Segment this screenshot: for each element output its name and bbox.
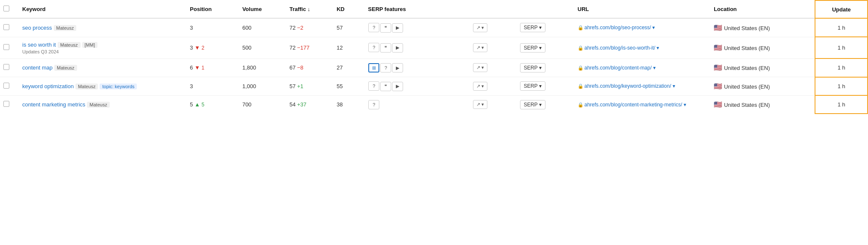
update-cell: 1 h xyxy=(815,37,868,58)
serp-features-cell: ?❝▶ xyxy=(364,18,469,37)
volume-cell: 500 xyxy=(239,37,286,58)
keyword-cell: seo processMateusz xyxy=(19,18,187,37)
location-cell: 🇺🇸United States (EN) xyxy=(710,95,815,114)
position-value: 5 ▲ 5 xyxy=(190,101,204,108)
serp-button[interactable]: SERP ▾ xyxy=(520,63,545,72)
location-cell: 🇺🇸United States (EN) xyxy=(710,37,815,58)
position-cell: 3 xyxy=(186,77,239,96)
serp-btn-cell: SERP ▾ xyxy=(517,58,574,77)
col-header-traffic[interactable]: Traffic ↓ xyxy=(286,0,333,18)
chart-button[interactable]: ↗ ▾ xyxy=(473,82,487,91)
lock-icon: 🔒 xyxy=(578,45,584,50)
serp-icon-play[interactable]: ▶ xyxy=(392,23,403,33)
serp-icon-question[interactable]: ? xyxy=(368,81,379,91)
pos-change-value: 1 xyxy=(201,65,204,71)
serp-btn-cell: SERP ▾ xyxy=(517,37,574,58)
table-row: seo processMateusz 3600 72 −2 57?❝▶ ↗ ▾ … xyxy=(0,18,868,37)
update-value: 1 h xyxy=(837,64,845,71)
keyword-link[interactable]: seo process xyxy=(22,25,52,31)
serp-icon-question[interactable]: ? xyxy=(380,63,391,72)
position-cell: 3 xyxy=(186,18,239,37)
kd-cell: 38 xyxy=(333,95,364,114)
volume-cell: 600 xyxy=(239,18,286,37)
keyword-tag: [MM] xyxy=(82,42,97,48)
serp-icon-question[interactable]: ? xyxy=(368,23,379,32)
location-cell: 🇺🇸United States (EN) xyxy=(710,18,815,37)
update-value: 1 h xyxy=(837,101,845,108)
url-link[interactable]: ahrefs.com/blog/keyword-optimization/ ▾ xyxy=(584,83,675,89)
url-cell: 🔒ahrefs.com/blog/keyword-optimization/ ▾ xyxy=(574,77,710,96)
position-value: 3 xyxy=(190,25,193,31)
col-header-serp[interactable]: SERP features xyxy=(364,0,469,18)
row-checkbox-cell xyxy=(0,95,19,114)
serp-features-cell: ?❝▶ xyxy=(364,77,469,96)
chart-button[interactable]: ↗ ▾ xyxy=(473,23,487,32)
keyword-cell: content mapMateusz xyxy=(19,58,187,77)
url-link[interactable]: ahrefs.com/blog/content-map/ ▾ xyxy=(584,65,656,71)
col-header-location[interactable]: Location xyxy=(710,0,815,18)
serp-icon-play[interactable]: ▶ xyxy=(392,43,403,53)
traffic-change: −8 xyxy=(297,64,303,71)
kd-cell: 27 xyxy=(333,58,364,77)
serp-btn-cell: SERP ▾ xyxy=(517,95,574,114)
url-link[interactable]: ahrefs.com/blog/seo-process/ ▾ xyxy=(584,25,655,31)
lock-icon: 🔒 xyxy=(578,65,584,70)
volume-cell: 1,800 xyxy=(239,58,286,77)
row-checkbox-cell xyxy=(0,18,19,37)
table-row: content marketing metricsMateusz 5 ▲ 570… xyxy=(0,95,868,114)
serp-icon-image[interactable]: ⊞ xyxy=(368,63,379,72)
serp-btn-cell: SERP ▾ xyxy=(517,18,574,37)
serp-button[interactable]: SERP ▾ xyxy=(520,100,545,109)
table-row: keyword optimizationMateusztopic: keywor… xyxy=(0,77,868,96)
kd-cell: 57 xyxy=(333,18,364,37)
serp-icon-play[interactable]: ▶ xyxy=(392,82,403,91)
serp-icon-quote[interactable]: ❝ xyxy=(380,23,391,33)
select-all-checkbox[interactable] xyxy=(3,6,9,11)
serp-icon-question[interactable]: ? xyxy=(368,43,379,52)
keyword-link[interactable]: keyword optimization xyxy=(22,83,74,89)
traffic-cell: 72 −2 xyxy=(286,18,333,37)
serp-button[interactable]: SERP ▾ xyxy=(520,23,545,32)
keyword-cell: is seo worth itMateusz[MM] Updates Q3 20… xyxy=(19,37,187,58)
serp-button[interactable]: SERP ▾ xyxy=(520,81,545,91)
col-header-url[interactable]: URL xyxy=(574,0,710,18)
keyword-link[interactable]: is seo worth it xyxy=(22,42,56,48)
serp-icon-question[interactable]: ? xyxy=(368,100,379,109)
col-header-keyword[interactable]: Keyword xyxy=(19,0,187,18)
serp-features-cell: ? xyxy=(364,95,469,114)
update-cell: 1 h xyxy=(815,58,868,77)
url-link[interactable]: ahrefs.com/blog/content-marketing-metric… xyxy=(584,102,686,108)
row-checkbox-1[interactable] xyxy=(3,44,9,50)
update-value: 1 h xyxy=(837,25,845,31)
chart-button[interactable]: ↗ ▾ xyxy=(473,100,487,109)
table-row: is seo worth itMateusz[MM] Updates Q3 20… xyxy=(0,37,868,58)
pos-triangle-down-icon: ▼ xyxy=(195,45,200,51)
serp-icon-play[interactable]: ▶ xyxy=(392,63,403,72)
col-header-volume[interactable]: Volume xyxy=(239,0,286,18)
row-checkbox-3[interactable] xyxy=(3,83,9,89)
col-header-position[interactable]: Position xyxy=(186,0,239,18)
position-cell: 5 ▲ 5 xyxy=(186,95,239,114)
chart-button[interactable]: ↗ ▾ xyxy=(473,63,487,72)
row-checkbox-2[interactable] xyxy=(3,64,9,70)
volume-cell: 700 xyxy=(239,95,286,114)
url-link[interactable]: ahrefs.com/blog/is-seo-worth-it/ ▾ xyxy=(584,45,659,51)
row-checkbox-0[interactable] xyxy=(3,24,9,30)
keyword-tag: topic: keywords xyxy=(100,84,137,89)
chart-btn-cell: ↗ ▾ xyxy=(470,95,517,114)
keyword-link[interactable]: content marketing metrics xyxy=(22,101,86,108)
row-checkbox-cell xyxy=(0,37,19,58)
keyword-row-content: seo processMateusz xyxy=(22,25,184,31)
keyword-link[interactable]: content map xyxy=(22,64,53,71)
flag-icon: 🇺🇸 xyxy=(714,44,722,51)
chart-button[interactable]: ↗ ▾ xyxy=(473,43,487,52)
chart-btn-cell: ↗ ▾ xyxy=(470,77,517,96)
keyword-tag: Mateusz xyxy=(75,84,98,89)
serp-icon-quote[interactable]: ❝ xyxy=(380,43,391,53)
serp-icon-quote[interactable]: ❝ xyxy=(380,82,391,91)
serp-button[interactable]: SERP ▾ xyxy=(520,43,545,53)
col-header-kd[interactable]: KD xyxy=(333,0,364,18)
keyword-tag: Mateusz xyxy=(87,102,110,108)
row-checkbox-4[interactable] xyxy=(3,101,9,107)
traffic-change: +37 xyxy=(297,101,306,108)
